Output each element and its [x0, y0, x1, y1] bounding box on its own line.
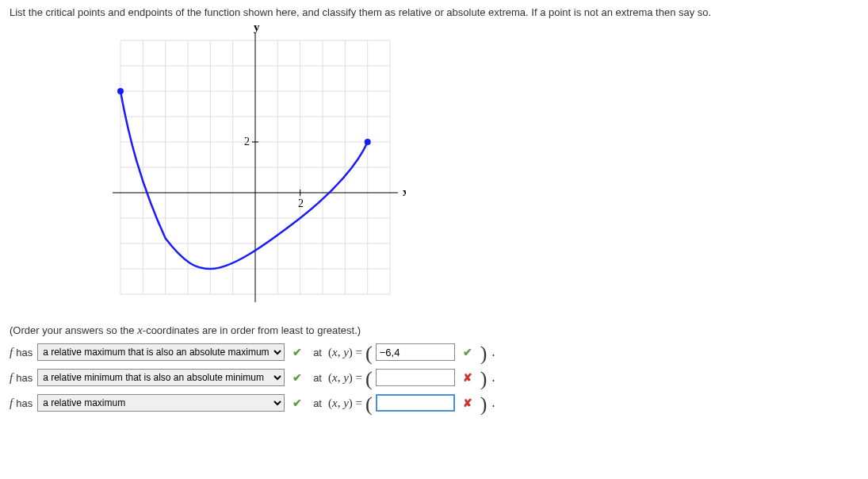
- check-icon: ✔: [463, 346, 472, 358]
- endpoint-right: [365, 139, 371, 145]
- f-symbol: f: [10, 371, 13, 385]
- f-symbol: f: [10, 397, 13, 410]
- answer-row: f has a relative maximum that is also an…: [10, 343, 858, 361]
- open-paren: (: [365, 397, 373, 412]
- has-text: has: [16, 347, 33, 358]
- at-text: at: [313, 347, 322, 358]
- extrema-type-select[interactable]: a relative maximum that is also an absol…: [37, 343, 285, 361]
- period: .: [491, 396, 495, 410]
- order-note: (Order your answers so the x-coordinates…: [10, 324, 858, 337]
- check-icon: ✔: [293, 397, 302, 409]
- xy-label: (x, y) =: [328, 346, 362, 359]
- answer-row: f has a relative maximum that is also an…: [10, 394, 858, 412]
- y-tick-2: 2: [244, 136, 250, 148]
- at-text: at: [313, 397, 322, 409]
- y-axis-label: y: [254, 25, 260, 33]
- coordinate-input[interactable]: [376, 343, 455, 361]
- coordinate-input[interactable]: [376, 369, 455, 386]
- coordinate-input[interactable]: [376, 394, 455, 412]
- x-icon: ✘: [463, 397, 472, 409]
- answer-row: f has a relative maximum that is also an…: [10, 369, 858, 386]
- check-icon: ✔: [293, 346, 302, 358]
- has-text: has: [16, 372, 33, 384]
- has-text: has: [16, 397, 33, 409]
- x-axis-label: x: [403, 186, 406, 198]
- open-paren: (: [365, 346, 373, 362]
- check-icon: ✔: [293, 371, 302, 384]
- x-icon: ✘: [463, 371, 472, 384]
- endpoint-left: [117, 88, 124, 94]
- function-graph: 2 2 y x: [105, 25, 406, 310]
- close-paren: ): [480, 397, 488, 412]
- x-tick-2: 2: [298, 197, 304, 209]
- period: .: [491, 370, 495, 385]
- xy-label: (x, y) =: [328, 397, 362, 410]
- question-text: List the critical points and endpoints o…: [10, 6, 858, 18]
- function-curve: [120, 91, 368, 269]
- close-paren: ): [480, 346, 488, 362]
- xy-label: (x, y) =: [328, 371, 362, 385]
- f-symbol: f: [10, 346, 13, 359]
- period: .: [491, 345, 495, 359]
- open-paren: (: [365, 371, 373, 387]
- extrema-type-select[interactable]: a relative maximum that is also an absol…: [37, 369, 285, 386]
- at-text: at: [313, 372, 322, 384]
- chart-container: 2 2 y x: [105, 25, 858, 312]
- extrema-type-select[interactable]: a relative maximum that is also an absol…: [37, 394, 285, 412]
- close-paren: ): [480, 371, 488, 387]
